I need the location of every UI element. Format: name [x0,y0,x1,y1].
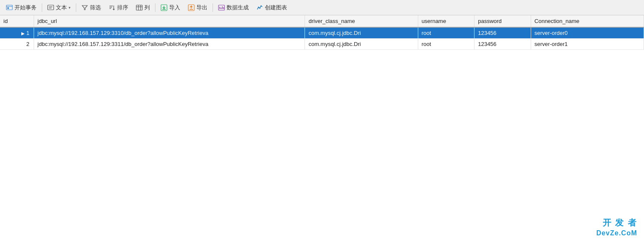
text-label: 文本 [56,4,67,11]
table-header-row: id jdbc_url driver_class_name username p… [0,15,644,27]
row-indicator: ▶ [20,31,26,36]
col-header-driver[interactable]: driver_class_name [305,15,418,27]
toolbar: 开始事务 文本 ▾ 筛选 [0,0,644,15]
svg-rect-10 [136,5,142,10]
import-label: 导入 [169,4,180,11]
cell-password: 123456 [474,39,531,50]
cell-connection-name: server-order0 [531,27,644,39]
export-button[interactable]: 导出 [184,3,211,13]
filter-icon [81,4,88,11]
chart-icon [256,4,263,11]
sort-button[interactable]: 排序 [105,3,132,13]
import-button[interactable]: 导入 [157,3,184,13]
watermark: 开 发 者 DevZe.CoM [596,217,637,238]
export-label: 导出 [196,4,207,11]
svg-point-23 [258,6,259,8]
transaction-icon [6,4,13,11]
table-container: id jdbc_url driver_class_name username p… [0,15,644,243]
svg-point-25 [261,5,262,6]
cell-username: root [418,39,474,50]
import-icon [161,4,167,11]
columns-button[interactable]: 列 [132,3,153,13]
text-dropdown-arrow: ▾ [69,6,71,10]
datagen-button[interactable]: 数据生成 [215,3,252,13]
chart-label: 创建图表 [265,4,287,11]
columns-icon [136,4,143,11]
filter-button[interactable]: 筛选 [78,3,104,13]
cell-jdbc-url: jdbc:mysql://192.168.157.129:3311/db_ord… [34,39,305,50]
cell-driver: com.mysql.cj.jdbc.Dri [305,27,418,39]
cell-connection-name: server-order1 [531,39,644,50]
begin-transaction-button[interactable]: 开始事务 [3,3,40,13]
svg-rect-3 [48,5,54,10]
text-button[interactable]: 文本 ▾ [44,3,74,13]
sort-icon [109,4,115,11]
table-row[interactable]: 2jdbc:mysql://192.168.157.129:3311/db_or… [0,39,644,50]
table-row[interactable]: ▶1jdbc:mysql://192.168.157.129:3310/db_o… [0,27,644,39]
separator-4 [213,3,213,12]
cell-driver: com.mysql.cj.jdbc.Dri [305,39,418,50]
chart-button[interactable]: 创建图表 [253,3,290,13]
svg-point-24 [259,7,261,9]
col-header-connection-name[interactable]: Connection_name [531,15,644,27]
col-header-password[interactable]: password [474,15,531,27]
cell-id: ▶1 [0,27,34,39]
datagen-label: 数据生成 [227,4,249,11]
separator-3 [155,3,155,12]
col-header-id[interactable]: id [0,15,34,27]
begin-transaction-label: 开始事务 [14,4,37,11]
svg-rect-2 [7,7,9,9]
watermark-line1: 开 发 者 [596,217,637,229]
watermark-line2: DevZe.CoM [596,229,637,238]
export-icon [188,4,195,11]
sort-label: 排序 [117,4,128,11]
data-table: id jdbc_url driver_class_name username p… [0,15,644,50]
cell-username: root [418,27,474,39]
col-header-username[interactable]: username [418,15,474,27]
svg-marker-6 [82,6,87,10]
columns-label: 列 [144,4,150,11]
separator-1 [42,3,42,12]
col-header-jdbc-url[interactable]: jdbc_url [34,15,305,27]
cell-password: 123456 [474,27,531,39]
cell-jdbc-url: jdbc:mysql://192.168.157.129:3310/db_ord… [34,27,305,39]
datagen-icon [218,4,225,11]
separator-2 [76,3,76,12]
filter-label: 筛选 [90,4,101,11]
text-icon [47,4,54,11]
cell-id: 2 [0,39,34,50]
